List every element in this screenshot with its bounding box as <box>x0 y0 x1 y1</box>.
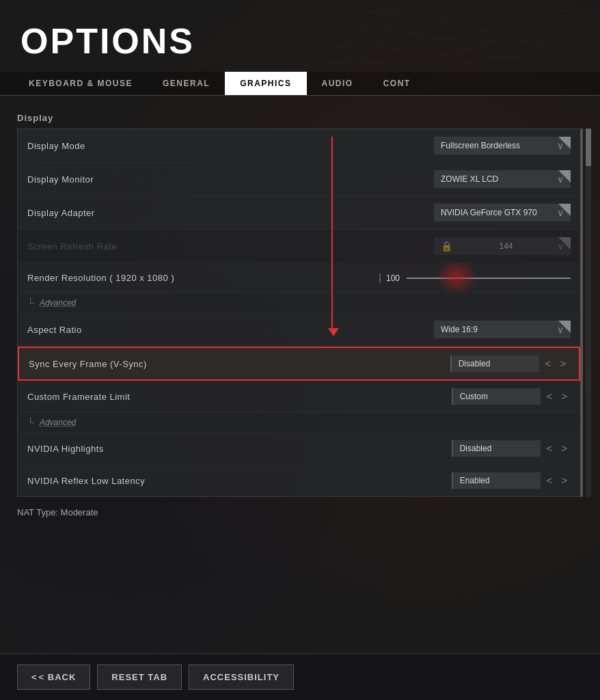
display-monitor-dropdown-value: ZOWIE XL LCD ∨ <box>434 170 571 188</box>
setting-display-monitor[interactable]: Display Monitor ZOWIE XL LCD ∨ <box>18 163 580 196</box>
slider-fill <box>407 278 571 279</box>
accessibility-button[interactable]: Accessibility <box>189 664 294 690</box>
nvidia-reflex-nav[interactable]: Enabled < > <box>452 472 571 489</box>
left-arrow-icon[interactable]: < <box>543 390 556 403</box>
render-resolution-slider[interactable]: 100 <box>379 273 571 283</box>
left-arrow-icon[interactable]: < <box>542 357 554 371</box>
scrollbar[interactable] <box>586 129 591 497</box>
corner-decoration <box>558 237 571 250</box>
display-adapter-dropdown[interactable]: NVIDIA GeForce GTX 970 ∨ <box>434 204 571 221</box>
corner-decoration <box>558 137 571 149</box>
corner-decoration <box>558 321 571 333</box>
page-content: OPTIONS KEYBOARD & MOUSE GENERAL GRAPHIC… <box>0 0 600 700</box>
right-arrow-icon[interactable]: > <box>557 357 569 371</box>
setting-display-mode[interactable]: Display Mode Fullscreen Borderless ∨ <box>18 129 580 163</box>
setting-nvidia-highlights[interactable]: NVIDIA Highlights Disabled < > <box>18 433 580 465</box>
scrollbar-thumb[interactable] <box>586 129 591 166</box>
display-monitor-dropdown[interactable]: ZOWIE XL LCD ∨ <box>434 170 571 188</box>
display-adapter-value: NVIDIA GeForce GTX 970 ∨ <box>434 204 571 221</box>
main-content: Display Display Mode Fullscreen Borderle… <box>0 96 600 666</box>
refresh-rate-dropdown: 🔒 144 ∨ <box>434 237 571 255</box>
lock-icon: 🔒 <box>441 241 452 252</box>
aspect-ratio-dropdown[interactable]: Wide 16:9 ∨ <box>434 321 571 338</box>
advanced-section-2[interactable]: └ Advanced <box>18 413 580 433</box>
right-arrow-icon[interactable]: > <box>558 390 571 403</box>
slider-track[interactable] <box>407 278 571 279</box>
framerate-limit-value: Custom < > <box>452 388 571 405</box>
render-resolution-value: 100 <box>379 273 571 283</box>
left-arrow-icon[interactable]: < <box>543 442 556 455</box>
display-mode-dropdown-value: Fullscreen Borderless ∨ <box>434 137 571 154</box>
bracket-icon: └ <box>27 297 34 308</box>
display-mode-dropdown[interactable]: Fullscreen Borderless ∨ <box>434 137 571 154</box>
right-arrow-icon[interactable]: > <box>558 474 571 487</box>
setting-vsync[interactable]: Sync Every Frame (V-Sync) Disabled < > <box>18 347 580 381</box>
setting-nvidia-reflex[interactable]: NVIDIA Reflex Low Latency Enabled < > <box>18 465 580 496</box>
display-monitor-value: ZOWIE XL LCD ∨ <box>434 170 571 188</box>
bracket-icon: └ <box>27 417 34 428</box>
nvidia-highlights-nav[interactable]: Disabled < > <box>452 440 571 457</box>
left-arrow-icon[interactable]: < <box>543 474 556 487</box>
setting-aspect-ratio[interactable]: Aspect Ratio Wide 16:9 ∨ <box>18 313 580 347</box>
display-adapter-dropdown-value: NVIDIA GeForce GTX 970 ∨ <box>434 204 571 221</box>
vsync-nav[interactable]: Disabled < > <box>450 355 569 372</box>
right-arrow-icon[interactable]: > <box>558 442 571 455</box>
nat-type-info: NAT Type: Moderate <box>17 497 583 524</box>
aspect-ratio-dropdown-value: Wide 16:9 ∨ <box>434 321 571 338</box>
settings-wrapper: Display Mode Fullscreen Borderless ∨ <box>17 129 583 497</box>
refresh-rate-value: 🔒 144 ∨ <box>434 237 571 255</box>
corner-decoration <box>558 170 571 183</box>
tab-general[interactable]: GENERAL <box>148 72 225 95</box>
tab-controls[interactable]: CONT <box>368 72 426 95</box>
reset-tab-button[interactable]: Reset Tab <box>97 664 182 690</box>
tabs-bar: KEYBOARD & MOUSE GENERAL GRAPHICS AUDIO … <box>0 72 600 96</box>
refresh-rate-dropdown-value: 🔒 144 ∨ <box>434 237 571 255</box>
setting-render-resolution[interactable]: Render Resolution ( 1920 x 1080 ) 100 <box>18 263 580 293</box>
corner-decoration <box>558 204 571 216</box>
back-label: < Back <box>39 672 77 682</box>
nvidia-reflex-value: Enabled < > <box>452 472 571 489</box>
setting-display-adapter[interactable]: Display Adapter NVIDIA GeForce GTX 970 ∨ <box>18 196 580 230</box>
back-arrow-icon: < <box>31 672 38 682</box>
display-section-label: Display <box>17 113 583 123</box>
tab-audio[interactable]: AUDIO <box>307 72 368 95</box>
display-mode-value: Fullscreen Borderless ∨ <box>434 137 571 154</box>
aspect-ratio-value: Wide 16:9 ∨ <box>434 321 571 338</box>
framerate-limit-nav[interactable]: Custom < > <box>452 388 571 405</box>
page-title: OPTIONS <box>0 14 600 72</box>
settings-container: Display Mode Fullscreen Borderless ∨ <box>17 129 583 497</box>
setting-framerate-limit[interactable]: Custom Framerate Limit Custom < > <box>18 381 580 413</box>
advanced-section-1[interactable]: └ Advanced <box>18 293 580 313</box>
bottom-bar: < < Back Reset Tab Accessibility <box>0 654 600 700</box>
nvidia-highlights-value: Disabled < > <box>452 440 571 457</box>
vsync-value: Disabled < > <box>450 355 569 372</box>
back-button[interactable]: < < Back <box>17 664 90 690</box>
tab-keyboard-mouse[interactable]: KEYBOARD & MOUSE <box>14 72 148 95</box>
setting-screen-refresh-rate: Screen Refresh Rate 🔒 144 ∨ <box>18 230 580 263</box>
tab-graphics[interactable]: GRAPHICS <box>225 72 306 95</box>
